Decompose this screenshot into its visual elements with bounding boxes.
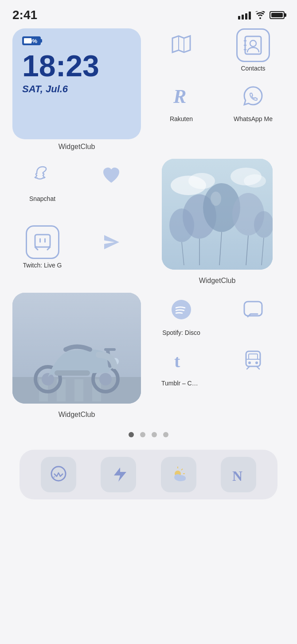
tumblr-label: Tumblr – Cultu [161,380,201,387]
top-right-icons: Contacts R Rakuten Whats [150,28,285,151]
snapchat-app-icon[interactable]: Snapchat [12,159,72,218]
dock-messenger-icon[interactable] [41,457,76,492]
battery-icon [270,11,285,19]
status-time: 2:41 [12,8,37,22]
snapchat-label: Snapchat [29,195,55,202]
svg-point-31 [99,373,112,385]
svg-point-50 [174,474,181,480]
svg-rect-26 [74,379,83,401]
status-icons [238,11,285,20]
rakuten-label: Rakuten [170,115,193,122]
messages-app-icon[interactable] [81,225,141,285]
page-dot-2[interactable] [140,432,145,437]
spotify-icon [164,293,198,326]
tumblr-icon: t [164,343,198,377]
svg-point-41 [248,361,251,364]
svg-rect-40 [249,354,258,359]
row2: Snapchat [12,159,285,285]
status-bar: 2:41 [0,0,297,24]
maps-app-icon[interactable] [150,28,213,72]
heart-icon [94,159,128,192]
locket-icon [236,293,270,326]
widget-time: 18:23 [22,51,131,81]
wifi-icon [255,11,265,19]
rakuten-icon: R [164,79,198,113]
contacts-app-icon[interactable]: Contacts [222,28,285,72]
twitch-app-icon[interactable]: Twitch: Live G [12,225,72,285]
dock-weather-icon[interactable] [161,457,196,492]
page-dot-3[interactable] [152,432,157,437]
balloon-widget[interactable]: WidgetClub [150,159,285,285]
clock-widget[interactable]: 50% 18:23 SAT, Jul.6 WidgetClub [12,28,141,151]
home-screen: 50% 18:23 SAT, Jul.6 WidgetClub [0,24,297,499]
widget1-label: WidgetClub [12,143,141,151]
signal-bars-icon [238,11,251,20]
svg-point-8 [188,173,215,189]
battery-percent: 50% [23,37,40,44]
svg-point-42 [255,361,258,364]
svg-text:t: t [174,351,180,371]
snapchat-icon [26,159,59,192]
row3: WidgetClub Spotify: Disco [12,293,285,419]
svg-point-51 [180,476,186,481]
widget-battery: 50% [22,36,131,45]
svg-point-19 [254,211,273,238]
balloon-photo [162,159,273,270]
transit-app-icon[interactable] [222,343,285,387]
contacts-icon [236,28,270,62]
whatsapp-label: WhatsApp Me [234,115,273,122]
row2-left-icons: Snapchat [12,159,141,285]
svg-text:R: R [173,86,186,107]
page-dots [12,432,285,437]
twitch-label: Twitch: Live G [23,262,62,269]
tumblr-app-icon[interactable]: t Tumblr – Cultu [150,343,213,387]
contacts-label: Contacts [241,65,265,72]
whatsapp-app-icon[interactable]: WhatsApp Me [222,79,285,122]
balloon-widget-label: WidgetClub [199,277,236,285]
dock-bolt-icon[interactable] [101,457,136,492]
health-app-icon[interactable] [81,159,141,218]
row1: 50% 18:23 SAT, Jul.6 WidgetClub [12,28,285,151]
rakuten-app-icon[interactable]: R Rakuten [150,79,213,122]
svg-rect-5 [44,238,46,243]
page-dot-1[interactable] [129,432,134,437]
widget-date: SAT, Jul.6 [22,83,131,95]
svg-rect-4 [39,238,41,243]
page-dot-4[interactable] [163,432,168,437]
maps-icon [164,28,198,62]
svg-point-21 [211,192,221,206]
dock: N [20,450,277,499]
dock-notes-icon[interactable]: N [221,457,256,492]
svg-text:N: N [232,468,242,484]
scooter-widget-label: WidgetClub [59,411,95,419]
twitch-icon [26,225,59,259]
svg-point-29 [42,373,54,385]
spotify-app-icon[interactable]: Spotify: Disco [150,293,213,336]
paper-plane-icon [94,225,128,259]
svg-point-10 [244,174,266,188]
svg-rect-3 [35,235,50,247]
svg-point-1 [250,40,256,47]
locket-app-icon[interactable] [222,293,285,336]
whatsapp-icon [236,79,270,113]
scooter-photo [12,293,141,404]
row3-right-icons: Spotify: Disco t Tumblr [150,293,285,419]
svg-rect-35 [55,370,90,376]
svg-line-47 [181,469,183,470]
spotify-label: Spotify: Disco [162,329,200,336]
svg-point-17 [169,208,194,242]
scooter-widget[interactable]: WidgetClub [12,293,141,419]
transit-icon [236,343,270,377]
